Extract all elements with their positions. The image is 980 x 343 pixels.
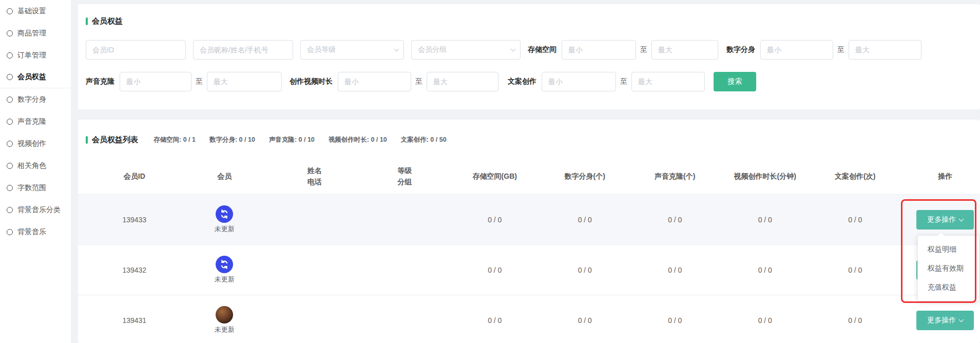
benefit-stats: 存储空间: 0 / 1 数字分身: 0 / 10 声音克隆: 0 / 10 视频… [153, 136, 447, 144]
sidebar-item-digital-avatar[interactable]: 数字分身 [0, 88, 71, 110]
col-storage: 存储空间(GB) [450, 171, 540, 182]
sidebar-item-basic-settings[interactable]: 基础设置 [0, 0, 71, 22]
sidebar-item-bgm[interactable]: 背景音乐 [0, 221, 71, 243]
menu-item-benefit-details[interactable]: 权益明细 [918, 240, 979, 259]
digital-max-input[interactable] [849, 40, 921, 60]
avatar-status: 未更新 [215, 224, 235, 234]
col-member-id: 会员ID [89, 171, 180, 182]
table-row: 139433 未更新 0 / 0 0 / 0 0 / 0 0 / 0 0 [78, 195, 980, 245]
col-video: 视频创作时长(分钟) [720, 171, 811, 182]
list-title: 会员权益列表 [92, 135, 138, 145]
member-level-select[interactable]: 会员等级 [300, 40, 404, 60]
sidebar-item-related-roles[interactable]: 相关角色 [0, 155, 71, 177]
title-marker [86, 136, 88, 144]
circle-icon [7, 119, 13, 125]
photo-avatar [216, 306, 233, 323]
table-row: 139431 未更新 0 / 0 0 / 0 0 / 0 0 / 0 0 / 0… [78, 295, 980, 343]
sidebar-item-order-management[interactable]: 订单管理 [0, 44, 71, 66]
cell-member-id: 139432 [89, 266, 180, 274]
cell-digital: 0 / 0 [540, 266, 630, 274]
more-actions-button[interactable]: 更多操作 [916, 210, 974, 230]
cell-digital: 0 / 0 [540, 316, 630, 325]
col-digital: 数字分身(个) [540, 171, 630, 182]
cell-digital: 0 / 0 [540, 216, 630, 224]
voice-range-label: 声音克隆 [86, 77, 114, 86]
sidebar-item-label: 视频创作 [17, 139, 46, 148]
cell-member-id: 139431 [89, 316, 180, 325]
title-marker [86, 17, 88, 25]
member-group-placeholder: 会员分组 [418, 45, 447, 54]
video-max-input[interactable] [427, 72, 498, 91]
sidebar-item-label: 基础设置 [17, 7, 46, 16]
chevron-down-icon [394, 47, 399, 52]
col-level-group: 等级分组 [360, 165, 450, 187]
sidebar-item-label: 字数范围 [17, 183, 46, 193]
circle-icon [7, 52, 13, 59]
menu-item-recharge-benefit[interactable]: 充值权益 [918, 278, 979, 297]
sidebar-item-video-creation[interactable]: 视频创作 [0, 132, 71, 155]
to-label: 至 [620, 77, 627, 86]
member-group-select[interactable]: 会员分组 [411, 40, 521, 60]
sidebar-item-product-management[interactable]: 商品管理 [0, 22, 71, 44]
filters-card: 会员权益 会员等级 会员分组 存储空间 至 数字分身 至 声音克隆 至 创作视频… [78, 4, 980, 109]
stat-storage: 存储空间: 0 / 1 [153, 136, 196, 144]
to-label: 至 [640, 45, 647, 54]
member-id-input[interactable] [86, 40, 186, 60]
sidebar-item-label: 会员权益 [17, 72, 46, 82]
nickname-input[interactable] [193, 40, 293, 60]
sidebar-item-label: 相关角色 [17, 161, 46, 170]
circle-icon [7, 97, 13, 103]
table-header-row: 会员ID 会员 姓名电话 等级分组 存储空间(GB) 数字分身(个) 声音克隆(… [78, 159, 980, 195]
copy-min-input[interactable] [542, 72, 616, 91]
circle-icon [7, 207, 13, 213]
stat-video: 视频创作时长: 0 / 10 [329, 136, 387, 144]
benefits-table: 会员ID 会员 姓名电话 等级分组 存储空间(GB) 数字分身(个) 声音克隆(… [78, 159, 980, 343]
avatar-status: 未更新 [215, 275, 235, 284]
sidebar: 基础设置 商品管理 订单管理 会员权益 数字分身 声音克隆 视频创作 相关角色 … [0, 0, 71, 343]
sidebar-item-word-count-range[interactable]: 字数范围 [0, 177, 71, 199]
cell-member: 未更新 [180, 205, 270, 234]
stat-copy: 文案创作: 0 / 50 [401, 136, 447, 144]
avatar-status: 未更新 [215, 325, 235, 334]
member-level-placeholder: 会员等级 [307, 45, 336, 54]
to-label: 至 [837, 45, 844, 54]
more-actions-button[interactable]: 更多操作 [916, 311, 974, 330]
chevron-down-icon [959, 317, 964, 322]
circle-icon [7, 8, 13, 14]
circle-icon [7, 229, 13, 235]
sidebar-item-label: 背景音乐 [17, 227, 46, 237]
sidebar-item-label: 声音克隆 [17, 117, 46, 126]
logo-avatar [216, 256, 233, 273]
sidebar-item-member-benefits[interactable]: 会员权益 [0, 66, 71, 88]
chevron-down-icon [959, 216, 964, 221]
voice-max-input[interactable] [207, 72, 282, 91]
cell-voice: 0 / 0 [630, 266, 720, 274]
cell-video: 0 / 0 [720, 266, 811, 274]
sidebar-item-label: 商品管理 [17, 29, 46, 38]
search-button[interactable]: 搜索 [714, 72, 756, 91]
sidebar-item-label: 订单管理 [17, 51, 46, 60]
sidebar-item-bgm-category[interactable]: 背景音乐分类 [0, 199, 71, 221]
storage-max-input[interactable] [651, 40, 718, 60]
col-copy: 文案创作(次) [810, 171, 900, 182]
cell-storage: 0 / 0 [450, 266, 540, 274]
storage-min-input[interactable] [562, 40, 636, 60]
menu-item-benefit-validity[interactable]: 权益有效期 [918, 259, 979, 278]
cell-copy: 0 / 0 [810, 216, 900, 224]
copy-max-input[interactable] [631, 72, 705, 91]
stat-digital: 数字分身: 0 / 10 [209, 136, 255, 144]
filters-card-header: 会员权益 [78, 4, 980, 26]
benefits-list-card: 会员权益列表 存储空间: 0 / 1 数字分身: 0 / 10 声音克隆: 0 … [78, 120, 980, 343]
copy-range-label: 文案创作 [508, 77, 536, 86]
cell-copy: 0 / 0 [810, 266, 900, 274]
cell-copy: 0 / 0 [810, 316, 900, 325]
digital-min-input[interactable] [760, 40, 833, 60]
table-row: 139432 未更新 0 / 0 0 / 0 0 / 0 0 / 0 0 [78, 245, 980, 295]
video-min-input[interactable] [338, 72, 411, 91]
digital-range-label: 数字分身 [726, 45, 755, 54]
cell-member-id: 139433 [89, 216, 180, 224]
voice-min-input[interactable] [120, 72, 191, 91]
video-range-label: 创作视频时长 [290, 77, 333, 86]
sidebar-item-voice-clone[interactable]: 声音克隆 [0, 110, 71, 132]
cell-actions: 更多操作 [900, 210, 980, 230]
